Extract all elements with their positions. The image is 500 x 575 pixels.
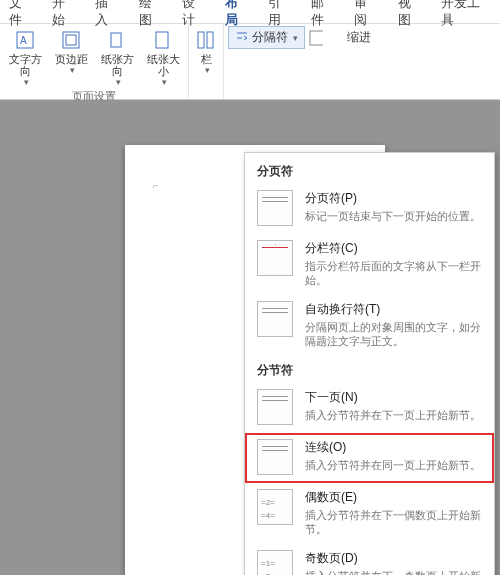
margins-label: 页边距 [55, 53, 88, 65]
tab-home[interactable]: 开始 [43, 0, 86, 23]
columns-button[interactable]: 栏 ▾ [193, 27, 219, 83]
text-wrapping-desc: 分隔网页上的对象周围的文字，如分隔题注文字与正文。 [305, 320, 484, 348]
svg-rect-2 [63, 32, 79, 48]
svg-text:A: A [20, 35, 27, 46]
svg-rect-5 [156, 32, 168, 48]
odd-page-desc: 插入分节符并在下一奇数页上开始新节。 [305, 569, 484, 575]
page-break-item[interactable]: 分页符(P) 标记一页结束与下一页开始的位置。 [245, 184, 494, 234]
page-setup-group: A 文字方向 ▾ 页边距 ▾ 纸张方向 ▾ 纸张大小 ▾ 页面设置 [0, 24, 189, 99]
continuous-icon [257, 439, 293, 475]
tab-design[interactable]: 设计 [173, 0, 216, 23]
even-page-item[interactable]: 偶数页(E) 插入分节符并在下一偶数页上开始新节。 [245, 483, 494, 544]
column-break-item[interactable]: 分栏符(C) 指示分栏符后面的文字将从下一栏开始。 [245, 234, 494, 295]
columns-group: 栏 ▾ [189, 24, 224, 99]
breaks-button[interactable]: 分隔符 ▾ [228, 26, 305, 49]
breaks-dropdown: 分页符 分页符(P) 标记一页结束与下一页开始的位置。 分栏符(C) 指示分栏符… [244, 152, 495, 575]
text-wrapping-title: 自动换行符(T) [305, 301, 484, 318]
tab-draw[interactable]: 绘图 [130, 0, 173, 23]
odd-page-title: 奇数页(D) [305, 550, 484, 567]
columns-icon [195, 29, 217, 51]
text-wrapping-break-icon [257, 301, 293, 337]
chevron-down-icon: ▾ [70, 65, 75, 75]
even-page-title: 偶数页(E) [305, 489, 484, 506]
page-break-title: 分页符(P) [305, 190, 484, 207]
column-break-title: 分栏符(C) [305, 240, 484, 257]
next-page-desc: 插入分节符并在下一页上开始新节。 [305, 408, 484, 422]
ribbon: A 文字方向 ▾ 页边距 ▾ 纸张方向 ▾ 纸张大小 ▾ 页面设置 [0, 24, 500, 100]
chevron-down-icon: ▾ [116, 77, 121, 87]
size-icon [152, 29, 174, 51]
columns-label: 栏 [201, 53, 212, 65]
section-breaks-header: 分节符 [245, 356, 494, 383]
margins-icon [60, 29, 82, 51]
size-button[interactable]: 纸张大小 ▾ [142, 27, 184, 87]
next-page-icon [257, 389, 293, 425]
continuous-item[interactable]: 连续(O) 插入分节符并在同一页上开始新节。 [245, 433, 494, 483]
odd-page-icon [257, 550, 293, 575]
page-break-desc: 标记一页结束与下一页开始的位置。 [305, 209, 484, 223]
chevron-down-icon: ▾ [205, 65, 210, 75]
svg-rect-6 [198, 32, 204, 48]
text-wrapping-break-item[interactable]: 自动换行符(T) 分隔网页上的对象周围的文字，如分隔题注文字与正文。 [245, 295, 494, 356]
tab-layout[interactable]: 布局 [216, 0, 259, 23]
column-break-icon [257, 240, 293, 276]
tab-insert[interactable]: 插入 [86, 0, 129, 23]
column-break-desc: 指示分栏符后面的文字将从下一栏开始。 [305, 259, 484, 287]
indent-label: 缩进 [347, 29, 371, 46]
tab-view[interactable]: 视图 [389, 0, 432, 23]
next-page-item[interactable]: 下一页(N) 插入分节符并在下一页上开始新节。 [245, 383, 494, 433]
svg-rect-3 [66, 35, 76, 45]
line-numbers-icon[interactable] [309, 31, 323, 45]
continuous-title: 连续(O) [305, 439, 484, 456]
text-direction-icon: A [14, 29, 36, 51]
chevron-down-icon: ▾ [24, 77, 29, 87]
tab-mailings[interactable]: 邮件 [302, 0, 345, 23]
tab-review[interactable]: 审阅 [345, 0, 388, 23]
orientation-icon [106, 29, 128, 51]
page-breaks-header: 分页符 [245, 157, 494, 184]
size-label: 纸张大小 [142, 53, 184, 77]
cursor-indicator: ⌐ [153, 180, 159, 191]
tab-developer[interactable]: 开发工具 [432, 0, 500, 23]
next-page-title: 下一页(N) [305, 389, 484, 406]
even-page-icon [257, 489, 293, 525]
svg-rect-4 [111, 33, 121, 47]
svg-rect-7 [207, 32, 213, 48]
tab-file[interactable]: 文件 [0, 0, 43, 23]
svg-rect-8 [310, 31, 323, 45]
text-direction-button[interactable]: A 文字方向 ▾ [4, 27, 46, 87]
document-area: ⌐ 分页符 分页符(P) 标记一页结束与下一页开始的位置。 分栏符(C) 指示分… [0, 100, 500, 575]
breaks-label: 分隔符 [252, 29, 288, 46]
ribbon-tabs: 文件 开始 插入 绘图 设计 布局 引用 邮件 审阅 视图 开发工具 [0, 0, 500, 24]
breaks-icon [235, 31, 249, 45]
orientation-button[interactable]: 纸张方向 ▾ [96, 27, 138, 87]
orientation-label: 纸张方向 [96, 53, 138, 77]
odd-page-item[interactable]: 奇数页(D) 插入分节符并在下一奇数页上开始新节。 [245, 544, 494, 575]
margins-button[interactable]: 页边距 ▾ [50, 27, 92, 87]
chevron-down-icon: ▾ [162, 77, 167, 87]
page-break-icon [257, 190, 293, 226]
even-page-desc: 插入分节符并在下一偶数页上开始新节。 [305, 508, 484, 536]
tab-references[interactable]: 引用 [259, 0, 302, 23]
continuous-desc: 插入分节符并在同一页上开始新节。 [305, 458, 484, 472]
text-direction-label: 文字方向 [4, 53, 46, 77]
chevron-down-icon: ▾ [293, 33, 298, 43]
